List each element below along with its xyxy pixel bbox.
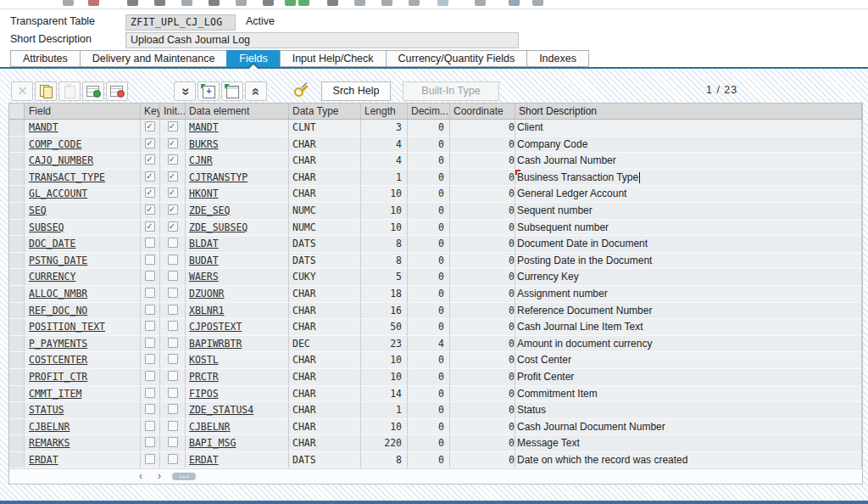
field-cell[interactable]: MANDT (25, 120, 141, 137)
tab-indexes[interactable]: Indexes (526, 50, 589, 67)
tab-attributes[interactable]: Attributes (10, 50, 81, 67)
data-element-cell[interactable]: BUKRS (186, 137, 289, 154)
key-checkbox[interactable] (145, 454, 155, 464)
init-checkbox[interactable] (168, 238, 178, 248)
field-cell[interactable]: DOC_DATE (25, 236, 141, 253)
row-selector[interactable] (9, 319, 25, 336)
built-in-type-button[interactable]: Built-In Type (403, 81, 499, 101)
chevrons-up-button[interactable] (245, 81, 267, 101)
key-checkbox[interactable] (145, 221, 155, 232)
key-checkbox[interactable] (145, 138, 155, 148)
field-link[interactable]: ERDAT (29, 454, 58, 466)
field-link[interactable]: PSTNG_DATE (29, 255, 87, 266)
init-checkbox[interactable] (168, 421, 178, 431)
field-link[interactable]: DOC_DATE (29, 238, 75, 249)
short-description-cell[interactable]: Status (515, 402, 862, 419)
data-element-link[interactable]: DZUONR (189, 288, 225, 300)
cut-button[interactable] (11, 81, 33, 101)
row-selector[interactable] (9, 137, 25, 154)
key-checkbox[interactable] (145, 371, 155, 381)
data-element-link[interactable]: HKONT (189, 188, 219, 199)
data-element-cell[interactable]: CJTRANSTYP (186, 170, 289, 187)
data-element-link[interactable]: CJBELNR (189, 421, 230, 433)
field-link[interactable]: GL_ACCOUNT (29, 188, 87, 199)
field-link[interactable]: PROFIT_CTR (29, 371, 87, 383)
key-checkbox[interactable] (145, 238, 155, 248)
field-cell[interactable]: CURRENCY (25, 269, 141, 286)
table-insert-button[interactable] (198, 81, 220, 101)
short-description-cell[interactable]: Client (515, 120, 862, 137)
data-element-cell[interactable]: KOSTL (186, 352, 289, 369)
field-link[interactable]: REMARKS (29, 437, 70, 449)
row-selector[interactable] (9, 369, 25, 386)
field-link[interactable]: TRANSACT_TYPE (29, 171, 105, 183)
row-selector[interactable] (9, 186, 25, 203)
field-cell[interactable]: POSITION_TEXT (25, 319, 141, 336)
short-description-cell[interactable]: Reference Document Number (515, 303, 862, 320)
row-selector[interactable] (9, 303, 25, 320)
tab-delivery-and-maintenance[interactable]: Delivery and Maintenance (80, 50, 228, 67)
field-cell[interactable]: PROFIT_CTR (25, 369, 141, 386)
data-element-link[interactable]: WAERS (189, 271, 219, 283)
field-cell[interactable]: GL_ACCOUNT (25, 186, 141, 203)
field-cell[interactable]: PSTNG_DATE (25, 253, 141, 270)
scrollbar-thumb[interactable] (172, 473, 196, 480)
field-cell[interactable]: REF_DOC_NO (25, 303, 141, 320)
field-cell[interactable]: STATUS (25, 402, 141, 419)
field-link[interactable]: CMMT_ITEM (29, 388, 81, 400)
short-description-cell[interactable]: Message Text (515, 435, 862, 452)
short-description-cell[interactable]: Amount in document currency (515, 336, 862, 353)
short-description-cell[interactable]: Assignment number (515, 286, 862, 303)
init-checkbox[interactable] (168, 154, 178, 165)
short-description-cell[interactable]: Cost Center (515, 352, 862, 369)
paste-button[interactable] (58, 81, 81, 101)
field-link[interactable]: POSITION_TEXT (29, 321, 105, 333)
data-element-link[interactable]: CJPOSTEXT (189, 321, 242, 333)
row-selector[interactable] (9, 419, 25, 436)
short-description-cell[interactable]: Cash Journal Line Item Text (515, 319, 862, 336)
short-description-cell[interactable]: Posting Date in the Document (515, 253, 862, 270)
init-checkbox[interactable] (168, 388, 178, 398)
field-link[interactable]: COSTCENTER (29, 354, 87, 366)
short-description-cell[interactable]: Cash Journal Document Number (515, 419, 862, 436)
field-link[interactable]: CURRENCY (29, 271, 75, 283)
copy-button[interactable] (35, 81, 57, 101)
row-selector[interactable] (9, 435, 25, 452)
short-description-cell[interactable]: General Ledger Account (515, 186, 862, 203)
field-cell[interactable]: ERDAT (25, 452, 141, 469)
data-element-link[interactable]: CJTRANSTYP (189, 171, 248, 183)
init-checkbox[interactable] (168, 255, 178, 265)
key-checkbox[interactable] (145, 121, 155, 132)
data-element-link[interactable]: BUKRS (189, 138, 219, 150)
field-cell[interactable]: COMP_CODE (25, 137, 141, 154)
field-cell[interactable]: ALLOC_NMBR (25, 286, 141, 303)
data-element-cell[interactable]: HKONT (186, 186, 289, 203)
data-element-cell[interactable]: ZDE_STATUS4 (186, 402, 289, 419)
short-description-cell[interactable]: Subsequent number (515, 220, 862, 237)
key-checkbox[interactable] (145, 154, 155, 165)
key-checkbox[interactable] (145, 437, 155, 447)
data-element-link[interactable]: ERDAT (189, 454, 219, 466)
row-selector[interactable] (9, 236, 25, 253)
row-selector[interactable] (9, 220, 25, 237)
data-element-cell[interactable]: ERDAT (186, 452, 289, 469)
row-selector[interactable] (9, 153, 25, 170)
short-description-field[interactable]: Upload Cash Journal Log (125, 32, 519, 48)
row-selector[interactable] (9, 253, 25, 270)
field-link[interactable]: P_PAYMENTS (29, 338, 87, 350)
data-element-cell[interactable]: PRCTR (186, 369, 289, 386)
field-link[interactable]: CAJO_NUMBER (29, 154, 93, 166)
data-element-link[interactable]: XBLNR1 (189, 305, 225, 316)
insert-row-button[interactable] (82, 81, 104, 101)
field-link[interactable]: SUBSEQ (29, 221, 64, 233)
init-checkbox[interactable] (168, 121, 178, 132)
init-checkbox[interactable] (168, 404, 178, 414)
key-checkbox[interactable] (145, 288, 155, 298)
data-element-cell[interactable]: CJBELNR (186, 419, 289, 436)
data-element-link[interactable]: ZDE_STATUS4 (189, 404, 253, 416)
init-checkbox[interactable] (168, 188, 178, 198)
short-description-cell[interactable]: Currency Key (515, 269, 862, 286)
row-selector[interactable] (9, 120, 25, 137)
key-checkbox[interactable] (145, 255, 155, 265)
key-checkbox[interactable] (145, 388, 155, 398)
